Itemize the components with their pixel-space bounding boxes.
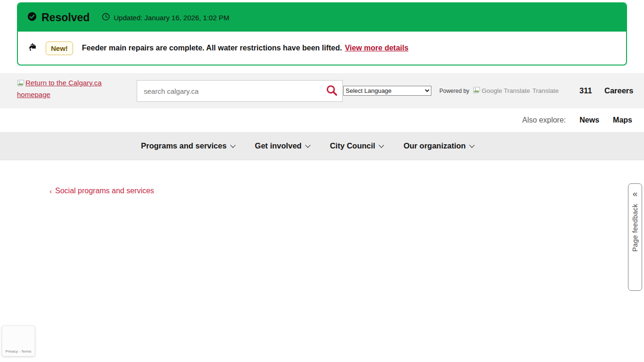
link-news[interactable]: News [579,116,599,124]
view-more-details-link[interactable]: View more details [345,44,408,52]
alert-message: Feeder main repairs are complete. All wa… [82,44,342,52]
status-alert: Resolved Updated: January 16, 2026, 1:02… [17,2,627,66]
language-select[interactable]: Select Language [343,86,431,96]
page-feedback-tab[interactable]: « Page feedback [628,183,642,291]
terms-link[interactable]: Terms [21,349,32,354]
main-nav: Programs and services Get involved City … [0,132,644,160]
nav-programs-and-services[interactable]: Programs and services [141,141,235,150]
logo-alt-text: Return to the Calgary.ca homepage [17,79,101,99]
google-translate-alt-text[interactable]: Google Translate [481,87,530,94]
also-explore-row: Also explore: News Maps [0,108,644,132]
recaptcha-badge: Privacy - Terms [2,326,35,356]
chevron-left-icon: ‹ [50,187,52,195]
search-box [137,80,343,102]
search-icon [325,84,339,99]
alert-header: Resolved Updated: January 16, 2026, 1:02… [18,3,626,32]
nav-get-involved[interactable]: Get involved [255,141,310,150]
link-maps[interactable]: Maps [613,116,632,124]
google-translate-widget: Powered by Google Translate Translate [439,73,559,108]
link-careers[interactable]: Careers [604,73,633,108]
broken-image-icon [469,86,480,96]
search-button[interactable] [322,81,342,101]
chevron-down-icon [469,142,474,148]
nav-label: City Council [330,141,375,150]
breadcrumb-label: Social programs and services [55,187,154,195]
alert-updated-text: Updated: January 16, 2026, 1:02 PM [114,14,229,22]
recaptcha-separator: - [18,349,21,354]
privacy-link[interactable]: Privacy [6,349,18,354]
link-311[interactable]: 311 [579,73,592,108]
new-badge: New! [46,41,73,55]
powered-by-text: Powered by [439,88,469,94]
nav-label: Programs and services [141,141,227,150]
broken-image-icon [17,79,25,87]
faucet-icon [27,42,38,54]
nav-our-organization[interactable]: Our organization [404,141,474,150]
chevron-down-icon [379,142,384,148]
also-explore-label: Also explore: [522,116,566,124]
breadcrumb-back-link[interactable]: ‹ Social programs and services [50,187,154,195]
double-chevron-left-icon: « [633,189,638,198]
alert-body: New! Feeder main repairs are complete. A… [18,32,626,65]
nav-city-council[interactable]: City Council [330,141,383,150]
page-feedback-label: Page feedback [631,204,639,252]
alert-status-text: Resolved [41,11,90,24]
nav-label: Our organization [404,141,466,150]
nav-label: Get involved [255,141,302,150]
clock-icon [102,13,110,23]
chevron-down-icon [230,142,235,148]
translate-label[interactable]: Translate [532,87,559,94]
homepage-logo-link[interactable]: Return to the Calgary.ca homepage [17,77,114,101]
chevron-down-icon [305,142,310,148]
site-header: Return to the Calgary.ca homepage Select… [0,73,644,108]
check-circle-icon [27,12,37,23]
search-input[interactable] [137,87,322,95]
